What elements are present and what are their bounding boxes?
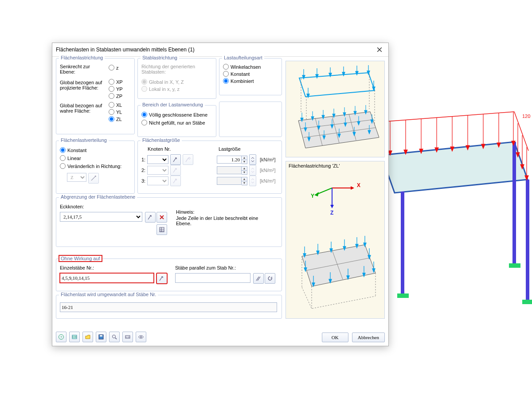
preview-lower: Flächenlastrichtung 'ZL' X Y Z (286, 161, 385, 319)
select-node-1[interactable] (147, 155, 168, 164)
radio-angle-axes[interactable]: Winkelachsen (223, 64, 261, 70)
svg-point-34 (188, 157, 190, 159)
pick-node-1-alt-button (183, 154, 193, 165)
radio-zl[interactable]: ZL (109, 116, 122, 122)
pick-node-2-button (170, 165, 181, 176)
svg-marker-16 (435, 148, 438, 152)
svg-marker-32 (525, 176, 528, 180)
open-button[interactable] (82, 332, 93, 342)
svg-line-7 (386, 112, 514, 121)
svg-marker-137 (363, 273, 365, 277)
svg-line-8 (514, 112, 528, 151)
precision-button[interactable]: x.xx (122, 332, 133, 342)
svg-marker-18 (450, 147, 454, 151)
cancel-button[interactable]: Abbrechen (352, 332, 385, 342)
pick-node-1-button[interactable] (170, 154, 181, 165)
model-3d-preview: 120 (381, 111, 532, 319)
svg-text:0.00: 0.00 (72, 336, 77, 338)
svg-rect-6 (397, 293, 409, 298)
select-corner-nodes[interactable]: 2,14,17,5 (60, 212, 142, 222)
group-label: Stablastrichtung (141, 55, 179, 60)
svg-marker-44 (342, 72, 345, 76)
svg-marker-108 (302, 245, 376, 286)
radio-combined[interactable]: Kombiniert (223, 78, 254, 84)
svg-marker-52 (307, 94, 309, 98)
svg-marker-12 (404, 150, 407, 154)
radio-dist-variable[interactable]: Veränderlich in Richtung: (60, 163, 121, 169)
close-icon (377, 47, 382, 52)
select-node-3 (147, 176, 168, 185)
select-node-2 (147, 166, 168, 175)
svg-rect-4 (509, 263, 520, 268)
svg-point-151 (141, 336, 142, 338)
output-converted-members (60, 302, 277, 312)
preview-upper (286, 61, 385, 157)
label-projected: Global bezogen auf projizierte Fläche: (60, 80, 106, 90)
radio-xp[interactable]: XP (109, 79, 123, 85)
input-load-3: ▲▼ (217, 177, 247, 185)
group-area-load-magnitude: Flächenlastgröße Knoten Nr. Lastgröße 1:… (137, 141, 282, 194)
svg-marker-22 (481, 144, 485, 149)
group-label-highlighted: Ohne Wirkung auf (59, 255, 102, 262)
stepper-load-2 (249, 165, 256, 176)
radio-not-filled[interactable]: Nicht gefüllt, nur an Stäbe (141, 120, 205, 125)
group-converted-to-members: Flächenlast wird umgewandelt auf Stäbe N… (56, 295, 282, 319)
svg-marker-57 (298, 112, 379, 148)
pick-members-button[interactable] (156, 273, 167, 284)
group-label: Flächenlast wird umgewandelt auf Stäbe N… (59, 292, 158, 297)
group-label: Flächenlastgröße (141, 137, 182, 143)
label-true-area: Global bezogen auf wahre Fläche: (60, 103, 106, 113)
radio-local-xyz: Lokal in x, y, z (141, 86, 180, 92)
pick-parallel-button[interactable] (253, 273, 264, 284)
radio-xl[interactable]: XL (109, 102, 122, 108)
group-plane-boundary: Abgrenzung der Flächenlastebene Eckknote… (56, 197, 282, 247)
radio-dist-linear[interactable]: Linear (60, 155, 81, 161)
pick-nodes-button[interactable] (145, 212, 156, 223)
close-button[interactable] (374, 44, 385, 55)
svg-text:?: ? (60, 335, 63, 339)
svg-marker-14 (419, 149, 423, 153)
svg-text:x.xx: x.xx (126, 336, 130, 338)
select-axis: Z (67, 173, 86, 182)
input-load-1[interactable]: ▲▼ (217, 156, 247, 164)
unit-label: [kN/m²] (260, 178, 275, 184)
svg-line-147 (115, 338, 117, 339)
window-title: Flächenlasten in Stablasten umwandeln mi… (56, 43, 195, 56)
find-button[interactable] (109, 332, 120, 342)
radio-yp[interactable]: YP (109, 86, 123, 92)
radio-z[interactable]: z (109, 65, 119, 70)
input-single-members[interactable] (60, 273, 154, 283)
stepper-load-1[interactable] (249, 154, 256, 165)
units-button[interactable]: 0.00 (69, 332, 80, 342)
view-button[interactable] (136, 332, 146, 342)
radio-dist-constant[interactable]: Konstant (60, 147, 86, 153)
dialog-convert-area-loads: Flächenlasten in Stablasten umwandeln mi… (52, 43, 389, 346)
radio-closed-plane[interactable]: Völlig geschlossene Ebene (141, 112, 207, 117)
delete-button[interactable] (156, 212, 167, 223)
label-parallel-members: Stäbe parallel zum Stab Nr.: (175, 265, 236, 270)
label-hint: Richtung der generierten Stablasten: (141, 64, 208, 74)
reset-parallel-button[interactable] (265, 273, 275, 284)
radio-yl[interactable]: YL (109, 109, 122, 115)
label-node-no: Knoten Nr. (148, 146, 171, 152)
label-load-magnitude: Lastgröße (219, 146, 241, 152)
label-row2: 2: (141, 168, 145, 173)
svg-point-146 (113, 335, 116, 338)
radio-zp[interactable]: ZP (109, 93, 122, 99)
pick-node-3-button (170, 176, 181, 186)
save-button[interactable] (96, 332, 106, 342)
svg-marker-102 (314, 192, 319, 196)
svg-marker-46 (356, 71, 358, 75)
help-button[interactable]: ? (56, 332, 66, 342)
radio-constant-type[interactable]: Konstant (223, 71, 250, 77)
svg-marker-104 (330, 205, 334, 208)
radio-global-xyz: Global in X, Y, Z (141, 79, 184, 85)
label-row1: 1: (141, 157, 145, 162)
list-button[interactable] (156, 224, 167, 235)
input-parallel-members[interactable] (175, 273, 250, 283)
group-empty (219, 102, 282, 137)
label-hint-text: Jede Zeile in der Liste beschreibt eine … (176, 215, 269, 226)
stepper-load-3 (249, 176, 256, 186)
svg-text:Y: Y (311, 193, 314, 199)
ok-button[interactable]: OK (322, 332, 348, 342)
